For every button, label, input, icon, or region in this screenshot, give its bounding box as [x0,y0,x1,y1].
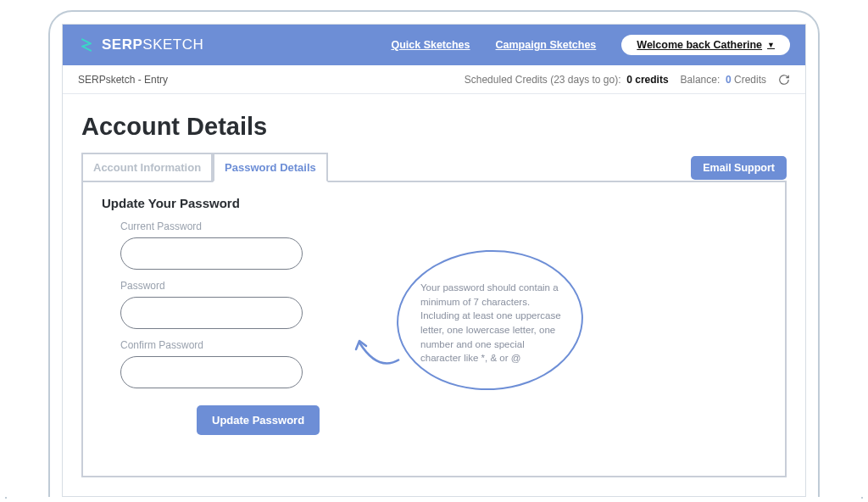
password-panel: Update Your Password Current Password Pa… [81,181,787,477]
nav-campaign-sketches[interactable]: Campaign Sketches [496,39,597,51]
top-nav: SERPSKETCH Quick Sketches Campaign Sketc… [63,25,805,65]
user-menu-label: Welcome back Catherine [637,39,762,51]
balance-unit: Credits [734,74,766,86]
update-password-button[interactable]: Update Password [197,405,320,435]
form-heading: Update Your Password [102,196,766,210]
current-password-label: Current Password [120,220,766,232]
scheduled-credits-value: 0 credits [626,74,668,86]
balance-value: 0 [726,74,732,86]
password-hint-callout: Your password should contain a minimum o… [397,250,583,390]
new-password-input[interactable] [120,297,303,329]
laptop-frame: SERPSKETCH Quick Sketches Campaign Sketc… [48,10,820,499]
tab-password-details[interactable]: Password Details [213,153,328,182]
refresh-icon[interactable] [778,74,790,86]
sub-bar: SERPsketch - Entry Scheduled Credits (23… [63,65,805,94]
page-title: Account Details [81,113,787,141]
chevron-down-icon: ▼ [767,41,775,49]
tab-account-information[interactable]: Account Information [81,153,213,182]
confirm-password-input[interactable] [120,356,303,388]
app-screen: SERPSKETCH Quick Sketches Campaign Sketc… [62,24,806,497]
current-password-input[interactable] [120,237,303,270]
brand-logo[interactable]: SERPSKETCH [78,36,203,53]
credits-summary: Scheduled Credits (23 days to go): 0 cre… [465,74,790,86]
logo-icon [78,36,95,53]
brand-text: SERPSKETCH [102,36,203,53]
page-content: Account Details Account Information Pass… [63,94,805,496]
arrow-icon [353,334,403,376]
nav-quick-sketches[interactable]: Quick Sketches [391,39,470,51]
tab-bar: Account Information Password Details Ema… [81,153,787,182]
scheduled-credits-label: Scheduled Credits (23 days to go): [465,74,621,86]
breadcrumb: SERPsketch - Entry [78,74,168,86]
laptop-base [5,497,863,499]
balance-label: Balance: [681,74,721,86]
user-menu[interactable]: Welcome back Catherine ▼ [621,35,790,55]
password-hint-text: Your password should contain a minimum o… [420,281,565,365]
email-support-button[interactable]: Email Support [691,156,787,180]
